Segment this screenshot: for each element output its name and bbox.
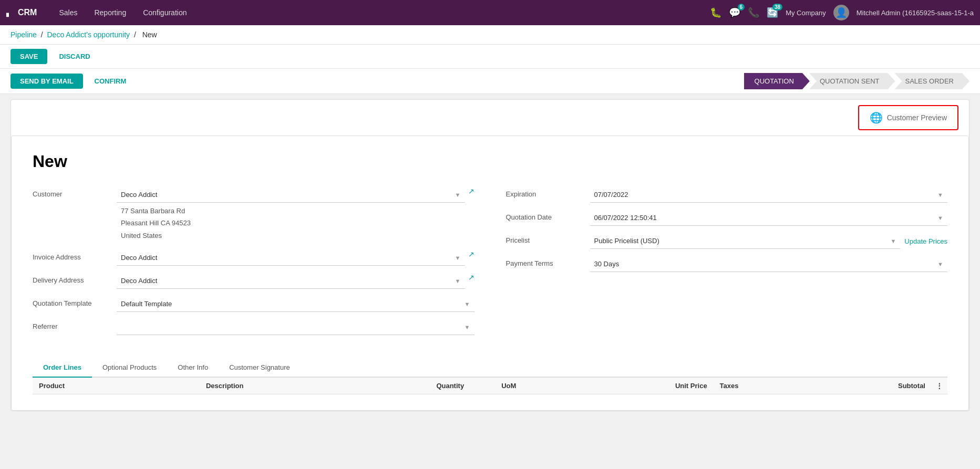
tab-order-lines[interactable]: Order Lines <box>33 358 92 378</box>
preview-bar: 🌐 Customer Preview <box>11 99 969 136</box>
invoice-address-value[interactable]: Deco Addict ▼ <box>117 250 465 266</box>
confirm-button[interactable]: CONFIRM <box>88 74 133 89</box>
payment-terms-dropdown-icon[interactable]: ▼ <box>937 261 943 267</box>
col-header-description: Description <box>200 382 405 390</box>
delivery-address-field-row: Delivery Address Deco Addict ▼ ↗ <box>33 273 474 290</box>
pricelist-field-row: Pricelist Public Pricelist (USD) ▼ Updat… <box>506 233 948 250</box>
app-brand[interactable]: CRM <box>18 8 37 17</box>
step-sales-order[interactable]: SALES ORDER <box>895 73 969 89</box>
customer-dropdown-icon[interactable]: ▼ <box>455 192 461 198</box>
grid-icon[interactable]: ▖ <box>6 9 12 17</box>
customer-preview-label: Customer Preview <box>887 113 947 122</box>
delivery-address-value[interactable]: Deco Addict ▼ <box>117 273 465 289</box>
delivery-dropdown-icon[interactable]: ▼ <box>455 278 461 284</box>
payment-terms-value[interactable]: 30 Days ▼ <box>590 256 948 272</box>
step-quotation[interactable]: QUOTATION <box>744 73 810 89</box>
col-header-uom: UoM <box>495 382 585 390</box>
form-title: New <box>33 152 947 171</box>
navbar-right: 🐛 💬 6 📞 🔄 38 My Company 👤 Mitchell Admin… <box>710 5 974 20</box>
expiration-field-row: Expiration 07/07/2022 ▼ <box>506 187 948 204</box>
save-button[interactable]: SAVE <box>11 49 47 64</box>
col-header-product: Product <box>33 382 200 390</box>
quotation-template-field-row: Quotation Template Default Template ▼ <box>33 296 474 313</box>
quotation-date-dropdown-icon[interactable]: ▼ <box>937 215 943 221</box>
quotation-date-label: Quotation Date <box>506 210 590 221</box>
customer-label: Customer <box>33 187 117 198</box>
pricelist-value[interactable]: Public Pricelist (USD) ▼ <box>590 233 901 249</box>
invoice-actions: ↗ <box>468 250 474 258</box>
form-left: Customer Deco Addict ▼ 77 Santa Barbara … <box>33 187 474 342</box>
breadcrumb-opportunity[interactable]: Deco Addict's opportunity <box>47 30 130 39</box>
expiration-dropdown-icon[interactable]: ▼ <box>937 192 943 198</box>
customer-external-link-icon[interactable]: ↗ <box>468 187 474 195</box>
invoice-address-label: Invoice Address <box>33 250 117 261</box>
breadcrumb-pipeline[interactable]: Pipeline <box>11 30 37 39</box>
form-grid: Customer Deco Addict ▼ 77 Santa Barbara … <box>33 187 947 342</box>
col-header-actions: ⋮ <box>932 382 947 390</box>
update-prices-button[interactable]: Update Prices <box>904 237 947 245</box>
timer-icon[interactable]: 🔄 38 <box>767 7 778 18</box>
quotation-date-value[interactable]: 06/07/2022 12:50:41 ▼ <box>590 210 948 226</box>
expiration-label: Expiration <box>506 187 590 198</box>
referrer-dropdown-icon[interactable]: ▼ <box>465 324 470 330</box>
customer-value[interactable]: Deco Addict ▼ <box>117 187 465 203</box>
avatar[interactable]: 👤 <box>833 5 849 20</box>
col-header-quantity: Quantity <box>405 382 495 390</box>
payment-terms-label: Payment Terms <box>506 256 590 267</box>
tab-other-info[interactable]: Other Info <box>167 358 219 378</box>
nav-configuration[interactable]: Configuration <box>136 5 194 20</box>
company-name[interactable]: My Company <box>786 9 826 17</box>
quotation-date-field-row: Quotation Date 06/07/2022 12:50:41 ▼ <box>506 210 948 227</box>
main-content: 🌐 Customer Preview New Customer Deco Add… <box>0 99 980 422</box>
breadcrumb-current: New <box>142 30 157 39</box>
navbar-menu: Sales Reporting Configuration <box>51 5 706 20</box>
customer-preview-button[interactable]: 🌐 Customer Preview <box>858 105 958 130</box>
form-card: New Customer Deco Addict ▼ 77 Sa <box>11 136 969 411</box>
customer-actions: ↗ <box>468 187 474 195</box>
quotation-template-label: Quotation Template <box>33 296 117 307</box>
timer-badge: 38 <box>772 4 782 11</box>
invoice-external-link-icon[interactable]: ↗ <box>468 250 474 258</box>
form-right: Expiration 07/07/2022 ▼ Quotation Date 0… <box>506 187 948 342</box>
referrer-value[interactable]: ▼ <box>117 319 474 335</box>
action-bar: SAVE DISCARD <box>0 45 980 69</box>
col-header-subtotal: Subtotal <box>803 382 932 390</box>
template-dropdown-icon[interactable]: ▼ <box>465 301 470 307</box>
tab-customer-signature[interactable]: Customer Signature <box>219 358 301 378</box>
nav-sales[interactable]: Sales <box>51 5 85 20</box>
invoice-address-field-row: Invoice Address Deco Addict ▼ ↗ <box>33 250 474 267</box>
delivery-external-link-icon[interactable]: ↗ <box>468 273 474 282</box>
delivery-address-label: Delivery Address <box>33 273 117 284</box>
table-header: Product Description Quantity UoM Unit Pr… <box>33 378 947 394</box>
col-header-taxes: Taxes <box>714 382 803 390</box>
col-header-unit-price: Unit Price <box>585 382 713 390</box>
customer-address: 77 Santa Barbara Rd Pleasant Hill CA 945… <box>117 203 465 244</box>
tabs-bar: Order Lines Optional Products Other Info… <box>33 358 947 378</box>
form-body: New Customer Deco Addict ▼ 77 Sa <box>11 136 969 411</box>
send-email-button[interactable]: SEND BY EMAIL <box>11 74 83 89</box>
status-bar: SEND BY EMAIL CONFIRM QUOTATION QUOTATIO… <box>0 69 980 94</box>
chat-icon[interactable]: 💬 6 <box>729 7 740 18</box>
payment-terms-field-row: Payment Terms 30 Days ▼ <box>506 256 948 273</box>
status-steps: QUOTATION QUOTATION SENT SALES ORDER <box>745 73 969 89</box>
referrer-label: Referrer <box>33 319 117 330</box>
navbar: ▖ CRM Sales Reporting Configuration 🐛 💬 … <box>0 0 980 25</box>
bug-icon[interactable]: 🐛 <box>710 7 721 18</box>
tab-optional-products[interactable]: Optional Products <box>92 358 167 378</box>
phone-icon[interactable]: 📞 <box>748 7 759 18</box>
expiration-value[interactable]: 07/07/2022 ▼ <box>590 187 948 203</box>
step-quotation-sent[interactable]: QUOTATION SENT <box>809 73 895 89</box>
globe-icon: 🌐 <box>870 111 883 124</box>
user-name: Mitchell Admin (16165925-saas-15-1-a <box>857 9 974 17</box>
referrer-field-row: Referrer ▼ <box>33 319 474 336</box>
chat-badge: 6 <box>738 4 745 11</box>
pricelist-label: Pricelist <box>506 233 590 244</box>
nav-reporting[interactable]: Reporting <box>87 5 133 20</box>
discard-button[interactable]: DISCARD <box>53 49 96 64</box>
customer-field-row: Customer Deco Addict ▼ 77 Santa Barbara … <box>33 187 474 244</box>
pricelist-dropdown-icon[interactable]: ▼ <box>890 238 896 244</box>
breadcrumb: Pipeline / Deco Addict's opportunity / N… <box>0 25 980 45</box>
invoice-dropdown-icon[interactable]: ▼ <box>455 255 461 261</box>
delivery-actions: ↗ <box>468 273 474 282</box>
quotation-template-value[interactable]: Default Template ▼ <box>117 296 474 312</box>
